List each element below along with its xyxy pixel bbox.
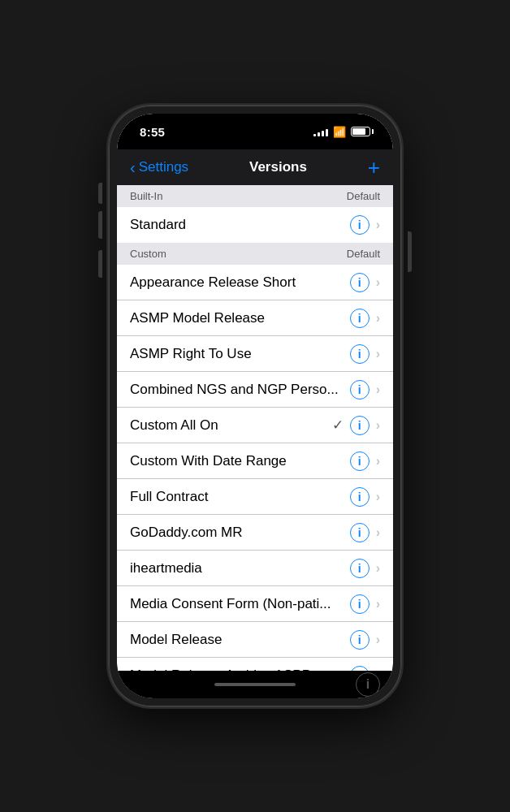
list-item[interactable]: Standardi›	[117, 207, 393, 243]
section-header-built-in: Built-In Default	[117, 185, 393, 207]
list-item[interactable]: GoDaddy.com MRi›	[117, 515, 393, 551]
chevron-right-icon: ›	[376, 525, 380, 540]
back-label: Settings	[139, 159, 188, 175]
list-item[interactable]: Combined NGS and NGP Perso...i›	[117, 372, 393, 408]
section-default-label: Default	[347, 248, 380, 260]
add-button[interactable]: +	[368, 157, 380, 178]
list-item-label: Custom All On	[130, 417, 332, 434]
list-item-label: Model Release	[130, 632, 350, 648]
phone-frame: 8:55 📶 ‹ Se	[109, 106, 401, 706]
bottom-bar: i	[117, 671, 393, 698]
bottom-info-icon: i	[366, 677, 370, 692]
list-item[interactable]: Model Release Archive ASPPi›	[117, 658, 393, 671]
info-button[interactable]: i	[350, 416, 370, 435]
notch	[206, 114, 304, 133]
section-items-custom: Appearance Release Shorti›ASMP Model Rel…	[117, 265, 393, 671]
list-item-label: ASMP Right To Use	[130, 346, 350, 362]
chevron-right-icon: ›	[376, 347, 380, 361]
section-default-label: Default	[347, 190, 380, 202]
chevron-right-icon: ›	[376, 633, 380, 647]
list-item-label: Appearance Release Short	[130, 274, 350, 291]
status-time: 8:55	[140, 125, 165, 139]
info-button[interactable]: i	[350, 344, 370, 364]
volume-up-button[interactable]	[98, 211, 102, 239]
chevron-right-icon: ›	[376, 275, 380, 290]
section-header-custom: Custom Default	[117, 243, 393, 265]
chevron-right-icon: ›	[376, 561, 380, 576]
list-item-label: Custom With Date Range	[130, 453, 350, 469]
signal-icon	[313, 127, 328, 136]
info-button[interactable]: i	[350, 523, 370, 542]
section-header-text: Built-In	[130, 190, 162, 202]
nav-bar: ‹ Settings Versions +	[117, 149, 393, 185]
section-items-built-in: Standardi›	[117, 207, 393, 243]
phone-screen: 8:55 📶 ‹ Se	[117, 114, 393, 698]
chevron-right-icon: ›	[376, 382, 380, 397]
bottom-info-button[interactable]: i	[356, 672, 380, 697]
list-item[interactable]: Custom All On✓i›	[117, 408, 393, 443]
power-button[interactable]	[408, 231, 412, 272]
list-item-label: ASMP Model Release	[130, 310, 350, 326]
back-arrow-icon: ‹	[130, 158, 136, 177]
status-bar: 8:55 📶	[117, 114, 393, 149]
silent-button[interactable]	[98, 183, 102, 204]
section-header-text: Custom	[130, 248, 166, 260]
chevron-right-icon: ›	[376, 218, 380, 232]
info-button[interactable]: i	[350, 630, 370, 650]
list-item[interactable]: iheartmediai›	[117, 551, 393, 586]
volume-down-button[interactable]	[98, 250, 102, 278]
chevron-right-icon: ›	[376, 597, 380, 611]
chevron-right-icon: ›	[376, 454, 380, 469]
list-item[interactable]: Full Contracti›	[117, 479, 393, 515]
info-button[interactable]: i	[350, 215, 370, 235]
info-button[interactable]: i	[350, 273, 370, 292]
list-item-label: Combined NGS and NGP Perso...	[130, 382, 350, 398]
list-item[interactable]: Media Consent Form (Non-pati...i›	[117, 586, 393, 622]
list-item-label: iheartmedia	[130, 560, 350, 577]
list-item-label: Media Consent Form (Non-pati...	[130, 596, 350, 612]
info-button[interactable]: i	[350, 309, 370, 328]
home-indicator	[214, 683, 296, 686]
chevron-right-icon: ›	[376, 311, 380, 326]
list-item[interactable]: Appearance Release Shorti›	[117, 265, 393, 300]
list-item[interactable]: ASMP Right To Usei›	[117, 336, 393, 372]
info-button[interactable]: i	[350, 380, 370, 400]
wifi-icon: 📶	[333, 126, 346, 138]
list-item-label: Standard	[130, 217, 350, 233]
list-item-label: GoDaddy.com MR	[130, 525, 350, 541]
list-item[interactable]: ASMP Model Releasei›	[117, 300, 393, 336]
info-button[interactable]: i	[350, 451, 370, 471]
list-item[interactable]: Custom With Date Rangei›	[117, 443, 393, 479]
info-button[interactable]: i	[350, 559, 370, 578]
battery-icon	[351, 127, 370, 136]
chevron-right-icon: ›	[376, 418, 380, 433]
versions-list: Built-In Default Standardi› Custom Defau…	[117, 185, 393, 671]
list-item[interactable]: Model Releasei›	[117, 622, 393, 658]
chevron-right-icon: ›	[376, 490, 380, 504]
info-button[interactable]: i	[350, 594, 370, 614]
status-icons: 📶	[313, 126, 370, 138]
info-button[interactable]: i	[350, 487, 370, 507]
back-button[interactable]: ‹ Settings	[130, 158, 188, 177]
checkmark-icon: ✓	[332, 417, 344, 434]
list-item-label: Full Contract	[130, 489, 350, 505]
page-title: Versions	[249, 159, 307, 175]
